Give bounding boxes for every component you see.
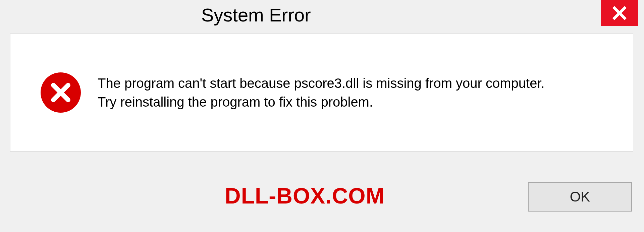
close-button[interactable] bbox=[601, 0, 638, 26]
close-icon bbox=[612, 5, 627, 21]
ok-button-label: OK bbox=[570, 189, 590, 205]
watermark-text: DLL-BOX.COM bbox=[225, 183, 385, 209]
content-panel: The program can't start because pscore3.… bbox=[10, 34, 633, 152]
footer: DLL-BOX.COM OK bbox=[10, 152, 634, 222]
ok-button[interactable]: OK bbox=[528, 182, 632, 212]
error-icon bbox=[41, 72, 81, 113]
dialog-title: System Error bbox=[201, 4, 311, 26]
error-message-line2: Try reinstalling the program to fix this… bbox=[98, 93, 545, 111]
titlebar: System Error bbox=[0, 0, 644, 32]
error-message: The program can't start because pscore3.… bbox=[98, 74, 545, 111]
error-message-line1: The program can't start because pscore3.… bbox=[98, 74, 545, 93]
